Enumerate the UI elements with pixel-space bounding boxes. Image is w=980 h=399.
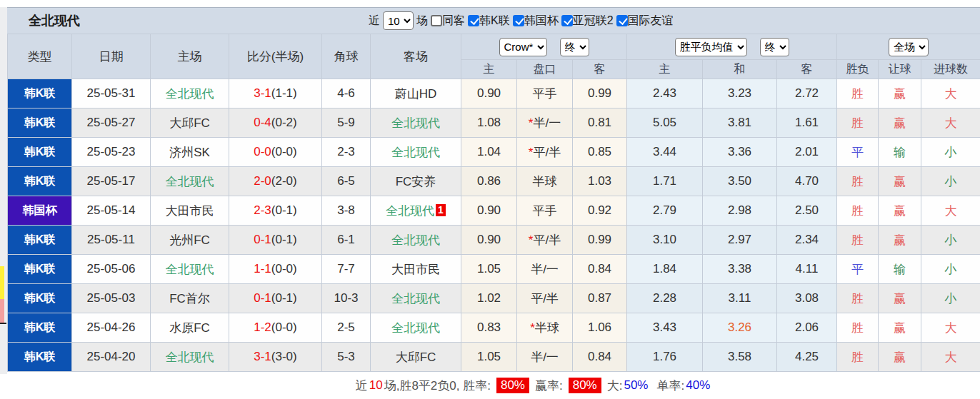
avg-odds-draw: 3.58 <box>703 343 777 372</box>
fulltime-score: 0-4 <box>254 116 271 129</box>
home-team[interactable]: 全北现代 <box>151 343 229 372</box>
home-team[interactable]: FC首尔 <box>151 284 229 313</box>
corners-cell: 7-7 <box>322 255 371 284</box>
fulltime-score: 1-2 <box>254 320 271 334</box>
summary-prefix: 近 <box>356 378 368 394</box>
home-team[interactable]: 全北现代 <box>151 255 229 284</box>
league-badge: 韩K联 <box>8 167 71 196</box>
checkbox-acl2[interactable] <box>561 15 573 26</box>
result-cell: 胜 <box>837 343 879 372</box>
avg-selects-cell: 胜平负均值 终 <box>627 34 837 60</box>
away-team[interactable]: 蔚山HD <box>371 79 461 108</box>
odds-company-select[interactable]: Crow* <box>499 38 547 56</box>
handicap-line: *平/半 <box>517 138 573 167</box>
filter-label-kleague: 韩K联 <box>479 14 510 29</box>
handicap-result-cell: 赢 <box>879 343 921 372</box>
away-team[interactable]: 全北现代 <box>371 284 461 313</box>
league-badge: 韩K联 <box>8 284 71 313</box>
league-type-cell: 韩K联 <box>8 226 72 255</box>
left-edge-yellow-fragment <box>0 266 4 299</box>
avg-odds-select[interactable]: 胜平负均值 <box>675 38 747 56</box>
league-type-cell: 韩K联 <box>8 138 72 167</box>
home-team[interactable]: 大邱FC <box>151 108 229 138</box>
home-team[interactable]: 光州FC <box>151 226 229 255</box>
avg-odds-home: 1.76 <box>627 343 703 372</box>
match-date: 25-05-23 <box>72 138 151 167</box>
home-team[interactable]: 济州SK <box>151 138 229 167</box>
avg-odds-away: 3.08 <box>777 284 837 313</box>
score-cell: 0-0(0-0) <box>229 138 322 167</box>
subcol-handicap: 盘口 <box>517 60 573 79</box>
home-team[interactable]: 全北现代 <box>151 79 229 108</box>
away-team[interactable]: 大邱FC <box>371 343 461 372</box>
col-header-date: 日期 <box>72 34 151 79</box>
fulltime-score: 0-1 <box>254 233 271 246</box>
col-header-home: 主场 <box>151 34 229 79</box>
halftime-score: (0-1) <box>271 291 297 305</box>
halftime-score: (2-0) <box>271 174 297 188</box>
result-cell: 胜 <box>837 313 879 343</box>
handicap-odds-home: 0.90 <box>461 196 517 226</box>
home-team[interactable]: 全北现代 <box>151 167 229 196</box>
score-cell: 0-1(0-1) <box>229 284 322 313</box>
page-title: 全北现代 <box>29 12 80 29</box>
league-type-cell: 韩K联 <box>8 284 72 313</box>
handicap-odds-away: 1.03 <box>573 167 627 196</box>
same-venue-checkbox[interactable] <box>431 15 442 26</box>
col-header-score: 比分(半场) <box>229 34 322 79</box>
period-select[interactable]: 全场 <box>889 38 929 56</box>
handicap-result-cell: 赢 <box>879 108 921 138</box>
corners-cell: 6-1 <box>322 226 371 255</box>
recent-count-select[interactable]: 10 <box>383 11 414 30</box>
away-team[interactable]: FC安养 <box>371 167 461 196</box>
handicap-rate-badge: 80% <box>569 378 601 393</box>
goals-result-cell: 小 <box>921 255 980 284</box>
handicap-odds-home: 0.90 <box>461 226 517 255</box>
match-date: 25-05-14 <box>72 196 151 226</box>
avg-odds-away: 1.61 <box>777 108 837 138</box>
home-team[interactable]: 大田市民 <box>151 196 229 226</box>
avg-odds-away: 2.72 <box>777 79 837 108</box>
table-header: 类型 日期 主场 比分(半场) 角球 客场 Crow* 终 胜平负均值 终 <box>8 34 980 79</box>
league-badge: 韩K联 <box>8 138 71 166</box>
avg-odds-draw: 3.26 <box>703 313 777 343</box>
checkbox-friendly[interactable] <box>616 15 628 26</box>
handicap-result-cell: 赢 <box>879 284 921 313</box>
filter-controls: 近 10 场 同客 韩K联 韩国杯 亚冠联2 国 <box>369 11 674 30</box>
result-cell: 胜 <box>837 196 879 226</box>
checkbox-kleague[interactable] <box>468 15 479 26</box>
halftime-score: (0-1) <box>271 233 297 246</box>
away-team[interactable]: 全北现代 <box>371 138 461 167</box>
goals-result-cell: 大 <box>921 108 980 138</box>
subcol-odds-home: 主 <box>461 60 517 79</box>
title-bar: 全北现代 近 10 场 同客 韩K联 韩国杯 亚冠联2 <box>7 7 980 34</box>
checkbox-korea-cup[interactable] <box>513 15 524 26</box>
avg-odds-home: 3.10 <box>627 226 703 255</box>
table-row: 韩K联 25-04-26 水原FC 1-2(0-0) 2-5 全北现代 0.83… <box>8 313 980 343</box>
away-team[interactable]: 全北现代 <box>371 313 461 343</box>
league-type-cell: 韩K联 <box>8 167 72 196</box>
odds-state-select[interactable]: 终 <box>560 38 589 56</box>
col-header-corners: 角球 <box>322 34 371 79</box>
away-team[interactable]: 大田市民 <box>371 255 461 284</box>
summary-record: 场,胜8平2负0, 胜率: <box>384 378 491 394</box>
away-team[interactable]: 全北现代 <box>371 108 461 138</box>
away-team[interactable]: 全北现代1 <box>371 196 461 226</box>
away-team[interactable]: 全北现代 <box>371 226 461 255</box>
corners-cell: 3-8 <box>322 196 371 226</box>
result-cell: 平 <box>837 138 879 167</box>
handicap-line: *半/一 <box>517 108 573 138</box>
corners-cell: 6-5 <box>322 167 371 196</box>
corners-cell: 2-5 <box>322 313 371 343</box>
handicap-odds-home: 0.83 <box>461 313 517 343</box>
handicap-odds-away: 0.92 <box>573 196 627 226</box>
avg-state-select[interactable]: 终 <box>760 38 789 56</box>
handicap-odds-away: 0.84 <box>573 343 627 372</box>
result-cell: 胜 <box>837 284 879 313</box>
home-team[interactable]: 水原FC <box>151 313 229 343</box>
result-cell: 平 <box>837 255 879 284</box>
subcol-goals: 进球数 <box>921 60 980 79</box>
subcol-avg-home: 主 <box>627 60 703 79</box>
col-header-type: 类型 <box>8 34 72 79</box>
fulltime-score: 0-1 <box>254 291 271 305</box>
